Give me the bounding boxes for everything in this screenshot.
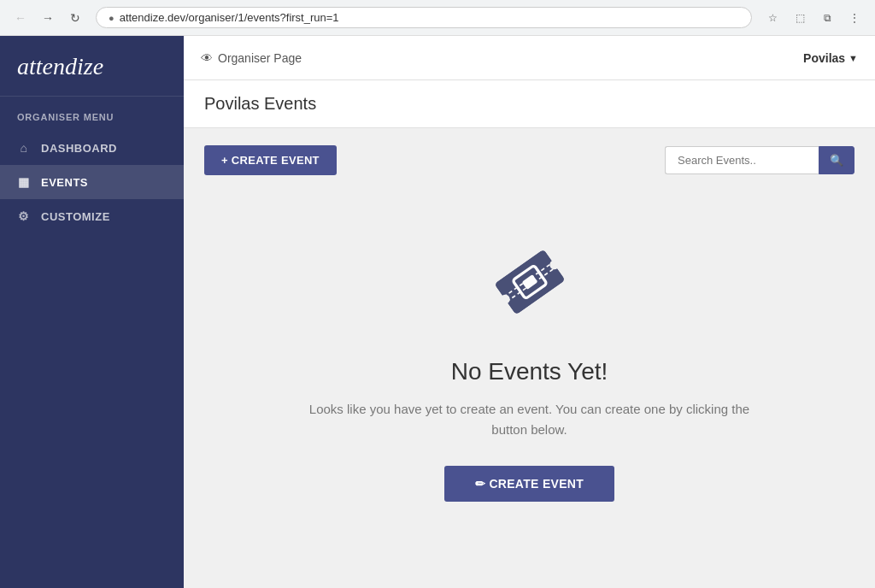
eye-icon: 👁 (201, 51, 213, 65)
sidebar: attendize ORGANISER MENU ⌂ DASHBOARD ▦ E… (0, 36, 184, 588)
logo-text: attendize (17, 53, 103, 79)
ticket-icon-wrapper (483, 235, 577, 332)
page-header: Povilas Events (184, 80, 875, 128)
empty-state: No Events Yet! Looks like you have yet t… (204, 201, 854, 553)
search-input[interactable] (665, 146, 819, 174)
reload-button[interactable]: ↻ (63, 6, 87, 30)
back-button[interactable]: ← (9, 6, 32, 30)
cast-button[interactable]: ⬚ (788, 6, 812, 30)
bookmark-button[interactable]: ☆ (760, 6, 784, 30)
sidebar-item-dashboard[interactable]: ⌂ DASHBOARD (0, 131, 184, 165)
chevron-down-icon: ▼ (849, 53, 858, 63)
forward-button[interactable]: → (36, 6, 60, 30)
sidebar-nav: ⌂ DASHBOARD ▦ EVENTS ⚙ CUSTOMIZE (0, 131, 184, 588)
browser-chrome: ← → ↻ ● attendize.dev/organiser/1/events… (0, 0, 875, 36)
gear-icon: ⚙ (17, 209, 31, 223)
url-text: attendize.dev/organiser/1/events?first_r… (120, 11, 339, 24)
extensions-button[interactable]: ⧉ (815, 6, 839, 30)
home-icon: ⌂ (17, 141, 31, 155)
organiser-page-link[interactable]: 👁 Organiser Page (201, 51, 302, 65)
sidebar-logo: attendize (0, 36, 184, 97)
create-event-large-button[interactable]: ✏ CREATE EVENT (444, 466, 614, 502)
nav-buttons: ← → ↻ (9, 6, 87, 30)
sidebar-item-label: CUSTOMIZE (41, 210, 110, 223)
browser-actions: ☆ ⬚ ⧉ ⋮ (760, 6, 866, 30)
calendar-icon: ▦ (17, 175, 31, 189)
content-area: + CREATE EVENT 🔍 (184, 128, 875, 588)
user-name: Povilas (803, 51, 845, 65)
toolbar: + CREATE EVENT 🔍 (204, 145, 854, 175)
app-wrapper: attendize ORGANISER MENU ⌂ DASHBOARD ▦ E… (0, 36, 875, 588)
sidebar-item-customize[interactable]: ⚙ CUSTOMIZE (0, 199, 184, 233)
lock-icon: ● (109, 13, 115, 23)
sidebar-item-events[interactable]: ▦ EVENTS (0, 165, 184, 199)
empty-state-title: No Events Yet! (451, 358, 608, 385)
empty-state-description: Looks like you have yet to create an eve… (308, 399, 752, 440)
create-event-button[interactable]: + CREATE EVENT (204, 145, 337, 175)
search-bar: 🔍 (665, 146, 854, 174)
user-menu[interactable]: Povilas ▼ (803, 51, 858, 65)
address-bar[interactable]: ● attendize.dev/organiser/1/events?first… (96, 7, 752, 28)
search-button[interactable]: 🔍 (819, 146, 854, 174)
sidebar-item-label: DASHBOARD (41, 142, 117, 155)
menu-button[interactable]: ⋮ (843, 6, 866, 30)
ticket-icon (483, 235, 577, 329)
main-content: 👁 Organiser Page Povilas ▼ Povilas Event… (184, 36, 875, 588)
sidebar-menu-label: ORGANISER MENU (0, 97, 184, 131)
page-title: Povilas Events (204, 94, 854, 114)
top-header: 👁 Organiser Page Povilas ▼ (184, 36, 875, 80)
search-icon: 🔍 (830, 154, 843, 167)
sidebar-item-label: EVENTS (41, 176, 88, 189)
organiser-page-text: Organiser Page (218, 51, 302, 65)
